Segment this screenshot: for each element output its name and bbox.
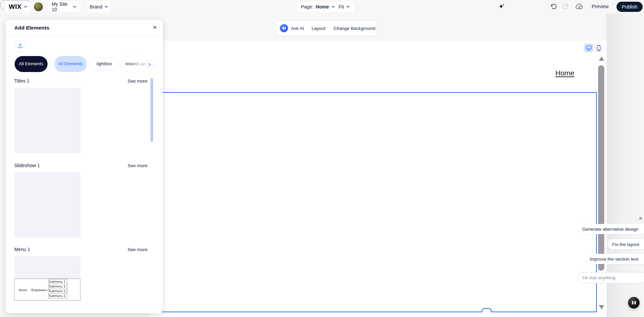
desktop-view-button[interactable]: [584, 43, 593, 52]
ai-chat-bubble-button[interactable]: [628, 297, 640, 309]
ai-suggestion-improve-text[interactable]: Improve the section text: [585, 254, 644, 264]
brand-menu[interactable]: Brand: [87, 1, 111, 12]
editor-background: [607, 14, 644, 317]
ask-ai-button[interactable]: Ask AI: [291, 26, 304, 31]
close-icon[interactable]: ✕: [153, 24, 157, 31]
ask-ai-icon: [280, 24, 288, 32]
editor-topbar: WIX My Site 10 Brand Page: Home Fit Upgr…: [0, 0, 644, 14]
mobile-view-button[interactable]: [594, 43, 603, 53]
page-menu-label: Page:: [301, 4, 314, 10]
chevron-down-icon: [332, 6, 335, 8]
panel-title: Add Elements: [14, 25, 49, 31]
see-more-link[interactable]: See more: [127, 78, 147, 84]
page-menu-value: Home: [316, 4, 329, 10]
wix-logo-menu[interactable]: WIX: [5, 1, 31, 12]
section-header-menu: Menu 1 See more: [14, 247, 147, 252]
tab-all-elements-primary[interactable]: All Elements: [15, 56, 48, 72]
mock-menu-dropdown: Dropdown: [31, 288, 48, 292]
publish-button[interactable]: Publish: [616, 2, 643, 12]
tab-filter-all-elements[interactable]: All Elements: [54, 56, 87, 72]
ai-suggestions-close-icon[interactable]: ✕: [639, 216, 643, 221]
upload-button[interactable]: [14, 40, 26, 52]
ai-sparkle-icon[interactable]: [498, 3, 505, 11]
tabs-scroll-next-button[interactable]: [145, 60, 154, 69]
mock-menu-dropdown-label: Dropdown: [31, 288, 46, 292]
upload-icon: [18, 43, 23, 49]
brand-menu-label: Brand: [90, 4, 102, 10]
ai-suggestion-fix-layout[interactable]: Fix the layout: [607, 239, 644, 249]
menu-preview-mockup[interactable]: Home Dropdown Submenu 1 Submenu 1.1 Subm…: [14, 279, 80, 301]
mock-submenu-item: Submenu 1: [49, 279, 67, 284]
tabs-divider: [51, 59, 51, 69]
see-more-link[interactable]: See more: [127, 247, 147, 252]
preview-button[interactable]: Preview: [592, 4, 609, 9]
chevron-down-icon: [346, 6, 350, 8]
section-resize-handle[interactable]: [482, 308, 491, 312]
wix-logo: WIX: [9, 3, 21, 11]
canvas-nav-home-link[interactable]: Home: [543, 69, 587, 77]
fit-menu-label: Fit: [339, 4, 344, 10]
mock-submenu-item: Submenu 1.2: [49, 289, 67, 294]
panel-scrollbar-thumb[interactable]: [150, 78, 153, 142]
section-title: Slideshow 1: [14, 163, 40, 168]
mobile-icon: [597, 45, 601, 51]
canvas-scrollbar-thumb[interactable]: [598, 65, 604, 271]
panel-header: Add Elements ✕: [6, 20, 163, 36]
layout-button[interactable]: Layout: [311, 26, 325, 31]
scroll-down-arrow[interactable]: [599, 305, 604, 310]
see-more-link[interactable]: See more: [127, 163, 147, 168]
mock-submenu-item: Submenu 2: [49, 294, 67, 298]
user-avatar[interactable]: [34, 2, 43, 11]
desktop-icon: [586, 46, 592, 51]
undo-icon[interactable]: [550, 4, 557, 10]
fit-menu[interactable]: Fit: [335, 1, 354, 12]
scroll-up-arrow[interactable]: [599, 56, 604, 61]
redo-icon[interactable]: [562, 4, 569, 10]
section-header-slideshow: Slideshow 1 See more: [14, 163, 147, 168]
slideshow-preview-card[interactable]: [14, 172, 80, 237]
category-tabs: All Elements All Elements lightbox relat…: [6, 55, 163, 73]
change-background-button[interactable]: Change Background: [334, 26, 375, 31]
titles-preview-card[interactable]: [14, 88, 80, 153]
section-header-titles: Titles 1 See more: [14, 78, 147, 84]
tab-filter-lightbox[interactable]: lightbox: [89, 58, 120, 70]
mock-menu-home: Home: [19, 288, 27, 292]
section-toolbar: Ask AI Layout Change Background: [276, 21, 377, 36]
add-elements-panel: Add Elements ✕ All Elements All Elements…: [6, 20, 163, 313]
cloud-saved-icon[interactable]: [575, 3, 584, 10]
ai-suggestion-generate-design[interactable]: Generate alternative design: [577, 224, 644, 234]
mock-submenu: Submenu 1 Submenu 1.1 Submenu 1.2 Submen…: [48, 279, 67, 299]
site-menu[interactable]: My Site 10: [48, 1, 80, 12]
chevron-down-icon: [24, 6, 27, 8]
site-menu-label: My Site 10: [52, 1, 71, 12]
chevron-down-icon: [105, 6, 108, 8]
chevron-right-icon: [148, 63, 151, 67]
section-title: Titles 1: [14, 78, 30, 84]
mock-submenu-item: Submenu 1.1: [49, 284, 67, 289]
menu-preview-card[interactable]: [14, 256, 80, 279]
chevron-down-icon: [73, 6, 76, 8]
wix-editor-window: Home Ask AI Layout Change Background ✕ G…: [0, 0, 644, 317]
page-menu[interactable]: Page: Home: [297, 1, 339, 12]
site-canvas[interactable]: [149, 41, 607, 317]
section-title: Menu 1: [14, 247, 30, 252]
ai-chat-input[interactable]: [577, 272, 644, 283]
